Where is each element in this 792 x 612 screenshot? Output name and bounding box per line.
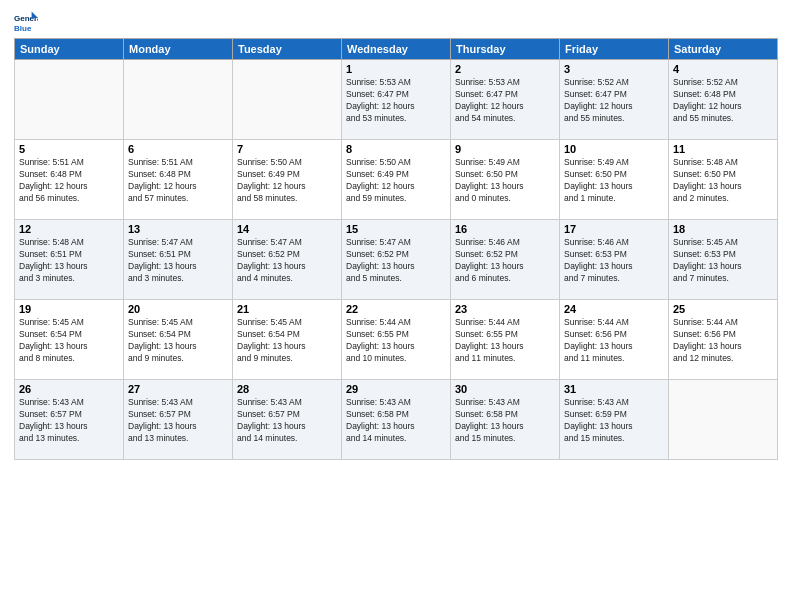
day-number: 15 [346, 223, 446, 235]
day-info: Sunrise: 5:45 AMSunset: 6:54 PMDaylight:… [19, 317, 119, 365]
day-cell: 4Sunrise: 5:52 AMSunset: 6:48 PMDaylight… [669, 60, 778, 140]
header-cell-wednesday: Wednesday [342, 39, 451, 60]
day-info: Sunrise: 5:49 AMSunset: 6:50 PMDaylight:… [564, 157, 664, 205]
day-number: 8 [346, 143, 446, 155]
header-row: SundayMondayTuesdayWednesdayThursdayFrid… [15, 39, 778, 60]
week-row-2: 5Sunrise: 5:51 AMSunset: 6:48 PMDaylight… [15, 140, 778, 220]
day-number: 4 [673, 63, 773, 75]
day-cell [124, 60, 233, 140]
svg-text:Blue: Blue [14, 24, 32, 33]
day-info: Sunrise: 5:50 AMSunset: 6:49 PMDaylight:… [346, 157, 446, 205]
day-cell: 25Sunrise: 5:44 AMSunset: 6:56 PMDayligh… [669, 300, 778, 380]
day-number: 22 [346, 303, 446, 315]
day-info: Sunrise: 5:52 AMSunset: 6:48 PMDaylight:… [673, 77, 773, 125]
day-cell: 23Sunrise: 5:44 AMSunset: 6:55 PMDayligh… [451, 300, 560, 380]
calendar-body: 1Sunrise: 5:53 AMSunset: 6:47 PMDaylight… [15, 60, 778, 460]
header-cell-sunday: Sunday [15, 39, 124, 60]
day-number: 16 [455, 223, 555, 235]
day-number: 14 [237, 223, 337, 235]
day-number: 1 [346, 63, 446, 75]
header-cell-thursday: Thursday [451, 39, 560, 60]
week-row-1: 1Sunrise: 5:53 AMSunset: 6:47 PMDaylight… [15, 60, 778, 140]
day-info: Sunrise: 5:46 AMSunset: 6:52 PMDaylight:… [455, 237, 555, 285]
day-number: 24 [564, 303, 664, 315]
day-info: Sunrise: 5:53 AMSunset: 6:47 PMDaylight:… [346, 77, 446, 125]
day-info: Sunrise: 5:47 AMSunset: 6:52 PMDaylight:… [237, 237, 337, 285]
day-cell: 21Sunrise: 5:45 AMSunset: 6:54 PMDayligh… [233, 300, 342, 380]
day-info: Sunrise: 5:43 AMSunset: 6:57 PMDaylight:… [19, 397, 119, 445]
day-cell [15, 60, 124, 140]
day-number: 23 [455, 303, 555, 315]
day-number: 28 [237, 383, 337, 395]
day-cell: 16Sunrise: 5:46 AMSunset: 6:52 PMDayligh… [451, 220, 560, 300]
day-cell: 20Sunrise: 5:45 AMSunset: 6:54 PMDayligh… [124, 300, 233, 380]
day-cell: 11Sunrise: 5:48 AMSunset: 6:50 PMDayligh… [669, 140, 778, 220]
day-cell: 15Sunrise: 5:47 AMSunset: 6:52 PMDayligh… [342, 220, 451, 300]
day-cell: 7Sunrise: 5:50 AMSunset: 6:49 PMDaylight… [233, 140, 342, 220]
day-number: 6 [128, 143, 228, 155]
day-number: 19 [19, 303, 119, 315]
day-cell: 19Sunrise: 5:45 AMSunset: 6:54 PMDayligh… [15, 300, 124, 380]
day-info: Sunrise: 5:44 AMSunset: 6:55 PMDaylight:… [346, 317, 446, 365]
day-cell: 2Sunrise: 5:53 AMSunset: 6:47 PMDaylight… [451, 60, 560, 140]
day-cell: 31Sunrise: 5:43 AMSunset: 6:59 PMDayligh… [560, 380, 669, 460]
day-info: Sunrise: 5:48 AMSunset: 6:50 PMDaylight:… [673, 157, 773, 205]
calendar-container: General Blue SundayMondayTuesdayWednesda… [0, 0, 792, 612]
day-cell: 17Sunrise: 5:46 AMSunset: 6:53 PMDayligh… [560, 220, 669, 300]
day-number: 29 [346, 383, 446, 395]
week-row-5: 26Sunrise: 5:43 AMSunset: 6:57 PMDayligh… [15, 380, 778, 460]
header: General Blue [14, 10, 778, 34]
day-number: 12 [19, 223, 119, 235]
week-row-3: 12Sunrise: 5:48 AMSunset: 6:51 PMDayligh… [15, 220, 778, 300]
day-number: 17 [564, 223, 664, 235]
day-info: Sunrise: 5:46 AMSunset: 6:53 PMDaylight:… [564, 237, 664, 285]
day-number: 18 [673, 223, 773, 235]
day-info: Sunrise: 5:44 AMSunset: 6:56 PMDaylight:… [564, 317, 664, 365]
calendar-table: SundayMondayTuesdayWednesdayThursdayFrid… [14, 38, 778, 460]
day-number: 7 [237, 143, 337, 155]
day-cell: 3Sunrise: 5:52 AMSunset: 6:47 PMDaylight… [560, 60, 669, 140]
day-cell: 13Sunrise: 5:47 AMSunset: 6:51 PMDayligh… [124, 220, 233, 300]
day-info: Sunrise: 5:47 AMSunset: 6:52 PMDaylight:… [346, 237, 446, 285]
day-cell: 28Sunrise: 5:43 AMSunset: 6:57 PMDayligh… [233, 380, 342, 460]
day-cell: 1Sunrise: 5:53 AMSunset: 6:47 PMDaylight… [342, 60, 451, 140]
day-cell: 10Sunrise: 5:49 AMSunset: 6:50 PMDayligh… [560, 140, 669, 220]
day-info: Sunrise: 5:51 AMSunset: 6:48 PMDaylight:… [19, 157, 119, 205]
day-number: 26 [19, 383, 119, 395]
week-row-4: 19Sunrise: 5:45 AMSunset: 6:54 PMDayligh… [15, 300, 778, 380]
day-info: Sunrise: 5:45 AMSunset: 6:54 PMDaylight:… [128, 317, 228, 365]
header-cell-saturday: Saturday [669, 39, 778, 60]
header-cell-friday: Friday [560, 39, 669, 60]
day-info: Sunrise: 5:50 AMSunset: 6:49 PMDaylight:… [237, 157, 337, 205]
day-number: 2 [455, 63, 555, 75]
day-number: 9 [455, 143, 555, 155]
day-cell: 8Sunrise: 5:50 AMSunset: 6:49 PMDaylight… [342, 140, 451, 220]
day-info: Sunrise: 5:45 AMSunset: 6:54 PMDaylight:… [237, 317, 337, 365]
day-number: 27 [128, 383, 228, 395]
header-cell-tuesday: Tuesday [233, 39, 342, 60]
day-info: Sunrise: 5:43 AMSunset: 6:57 PMDaylight:… [128, 397, 228, 445]
day-info: Sunrise: 5:53 AMSunset: 6:47 PMDaylight:… [455, 77, 555, 125]
day-info: Sunrise: 5:48 AMSunset: 6:51 PMDaylight:… [19, 237, 119, 285]
day-cell: 9Sunrise: 5:49 AMSunset: 6:50 PMDaylight… [451, 140, 560, 220]
day-info: Sunrise: 5:43 AMSunset: 6:58 PMDaylight:… [346, 397, 446, 445]
day-info: Sunrise: 5:44 AMSunset: 6:55 PMDaylight:… [455, 317, 555, 365]
day-info: Sunrise: 5:43 AMSunset: 6:57 PMDaylight:… [237, 397, 337, 445]
day-number: 25 [673, 303, 773, 315]
day-cell: 24Sunrise: 5:44 AMSunset: 6:56 PMDayligh… [560, 300, 669, 380]
day-cell [669, 380, 778, 460]
day-cell: 14Sunrise: 5:47 AMSunset: 6:52 PMDayligh… [233, 220, 342, 300]
day-number: 11 [673, 143, 773, 155]
day-number: 30 [455, 383, 555, 395]
logo-icon: General Blue [14, 10, 38, 34]
day-cell: 22Sunrise: 5:44 AMSunset: 6:55 PMDayligh… [342, 300, 451, 380]
day-cell: 27Sunrise: 5:43 AMSunset: 6:57 PMDayligh… [124, 380, 233, 460]
day-cell: 18Sunrise: 5:45 AMSunset: 6:53 PMDayligh… [669, 220, 778, 300]
day-number: 13 [128, 223, 228, 235]
logo: General Blue [14, 10, 42, 34]
day-info: Sunrise: 5:52 AMSunset: 6:47 PMDaylight:… [564, 77, 664, 125]
day-number: 3 [564, 63, 664, 75]
day-info: Sunrise: 5:51 AMSunset: 6:48 PMDaylight:… [128, 157, 228, 205]
day-cell: 6Sunrise: 5:51 AMSunset: 6:48 PMDaylight… [124, 140, 233, 220]
day-cell: 26Sunrise: 5:43 AMSunset: 6:57 PMDayligh… [15, 380, 124, 460]
